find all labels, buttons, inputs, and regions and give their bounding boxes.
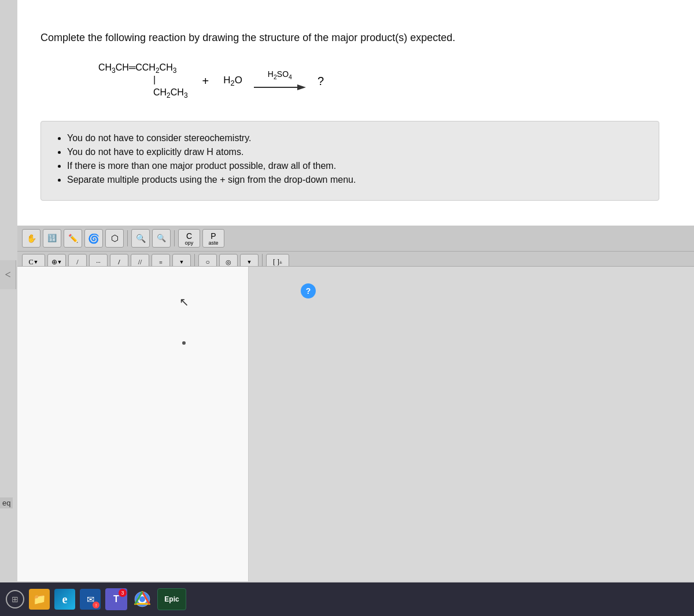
ring-icon: ⬡ bbox=[111, 233, 119, 244]
eq-label: eq bbox=[0, 497, 13, 508]
copy-icon: C bbox=[186, 231, 192, 241]
svg-marker-1 bbox=[297, 84, 306, 90]
drawing-canvas[interactable] bbox=[17, 266, 694, 581]
help-button[interactable]: ? bbox=[301, 283, 316, 298]
reactant-main-chain: CH3CH═CCH2CH3 bbox=[98, 61, 188, 76]
canvas-gray-section bbox=[249, 267, 694, 581]
circle-1-icon: ○ bbox=[205, 258, 209, 267]
teams-icon: T bbox=[113, 594, 119, 604]
info-box: You do not have to consider stereochemis… bbox=[40, 121, 659, 201]
copy-label: opy bbox=[185, 241, 194, 246]
chrome-icon bbox=[134, 591, 150, 607]
element-dropdown-arrow: ▼ bbox=[34, 259, 39, 265]
product-question-mark: ? bbox=[318, 75, 324, 88]
reactant-branch: |CH2CH3 bbox=[153, 73, 188, 101]
line-dropdown-arrow: ▼ bbox=[179, 259, 184, 265]
line-variant-3-icon: ≡ bbox=[159, 259, 163, 265]
add-dropdown-arrow: ▼ bbox=[57, 259, 62, 265]
line-icon: / bbox=[76, 258, 78, 267]
zoom-in-button[interactable]: 🔍 bbox=[131, 229, 150, 248]
edge-icon: e bbox=[62, 593, 68, 606]
toolbar-separator-2 bbox=[174, 230, 175, 246]
circle-2-icon: ◎ bbox=[226, 259, 231, 266]
edge-taskbar-icon[interactable]: e bbox=[54, 589, 75, 610]
brackets-plus: ± bbox=[279, 259, 282, 265]
email-taskbar-icon[interactable]: ✉ ! bbox=[80, 589, 101, 610]
epic-label: Epic bbox=[164, 595, 179, 603]
info-item-1: You do not have to consider stereochemis… bbox=[67, 133, 644, 143]
info-item-2: You do not have to explicitly draw H ato… bbox=[67, 147, 644, 157]
shape-dropdown-arrow: ▼ bbox=[247, 259, 252, 265]
reagent-h2o: H2O bbox=[223, 75, 242, 87]
paste-button[interactable]: P aste bbox=[202, 229, 224, 248]
reactant-structure: CH3CH═CCH2CH3 |CH2CH3 bbox=[98, 61, 188, 101]
epic-taskbar-icon[interactable]: Epic bbox=[157, 588, 186, 610]
start-button[interactable]: ⊞ bbox=[6, 590, 24, 608]
question-text: Complete the following reaction by drawi… bbox=[40, 32, 671, 44]
chrome-taskbar-icon[interactable] bbox=[132, 589, 153, 610]
dots-icon: ··· bbox=[96, 259, 101, 265]
zoom-out-icon: 🔍 bbox=[157, 234, 166, 243]
file-explorer-icon: 📁 bbox=[33, 593, 46, 606]
ring-tool-button[interactable]: ⬡ bbox=[105, 229, 124, 248]
toolbar-separator-1 bbox=[127, 230, 128, 246]
element-c-label: C bbox=[29, 258, 34, 267]
info-item-3: If there is more than one major product … bbox=[67, 161, 644, 171]
reaction-arrow bbox=[254, 82, 306, 93]
copy-button[interactable]: C opy bbox=[178, 229, 200, 248]
canvas-dot-indicator bbox=[182, 341, 186, 345]
hand-icon: ✋ bbox=[27, 234, 36, 244]
catalyst-label: H2SO4 bbox=[268, 69, 292, 80]
line-variant-1-icon: / bbox=[118, 258, 120, 267]
info-item-4: Separate multiple products using the + s… bbox=[67, 175, 644, 185]
brackets-icon: [ ] bbox=[273, 258, 279, 267]
left-chevron-button[interactable]: < bbox=[0, 260, 16, 289]
eraser-tool-button[interactable]: 🔢 bbox=[43, 229, 61, 248]
taskbar: ⊞ 📁 e ✉ ! T 3 Epic bbox=[0, 582, 694, 616]
file-explorer-taskbar-icon[interactable]: 📁 bbox=[29, 589, 50, 610]
teams-badge: 3 bbox=[119, 589, 127, 597]
zoom-out-button[interactable]: 🔍 bbox=[152, 229, 171, 248]
reaction-area: CH3CH═CCH2CH3 |CH2CH3 + H2O H2SO4 ? bbox=[98, 61, 671, 101]
svg-point-4 bbox=[139, 596, 145, 602]
lasso-icon: 🌀 bbox=[88, 233, 99, 244]
paste-label: aste bbox=[208, 241, 218, 246]
toolbar-row1: ✋ 🔢 ✏️ 🌀 ⬡ 🔍 🔍 C bbox=[17, 226, 694, 252]
canvas-cursor: ↖ bbox=[179, 295, 189, 309]
email-notification: ! bbox=[93, 602, 99, 608]
canvas-white-section[interactable] bbox=[17, 267, 249, 581]
reactant-text: CH3CH═CCH2CH3 bbox=[98, 61, 176, 76]
lasso-tool-button[interactable]: 🌀 bbox=[84, 229, 103, 248]
eraser-icon: 🔢 bbox=[47, 234, 57, 243]
pencil-tool-button[interactable]: ✏️ bbox=[64, 229, 82, 248]
zoom-in-icon: 🔍 bbox=[136, 234, 146, 244]
plus-circle-icon: ⊕ bbox=[51, 258, 57, 267]
hand-tool-button[interactable]: ✋ bbox=[22, 229, 40, 248]
pencil-icon: ✏️ bbox=[68, 234, 78, 244]
start-icon: ⊞ bbox=[12, 595, 19, 604]
plus-sign: + bbox=[202, 75, 209, 88]
reaction-arrow-container: H2SO4 bbox=[254, 69, 306, 93]
info-list: You do not have to consider stereochemis… bbox=[56, 133, 644, 185]
teams-taskbar-icon[interactable]: T 3 bbox=[105, 588, 127, 610]
line-variant-2-icon: // bbox=[138, 258, 142, 267]
paste-icon: P bbox=[211, 231, 216, 241]
